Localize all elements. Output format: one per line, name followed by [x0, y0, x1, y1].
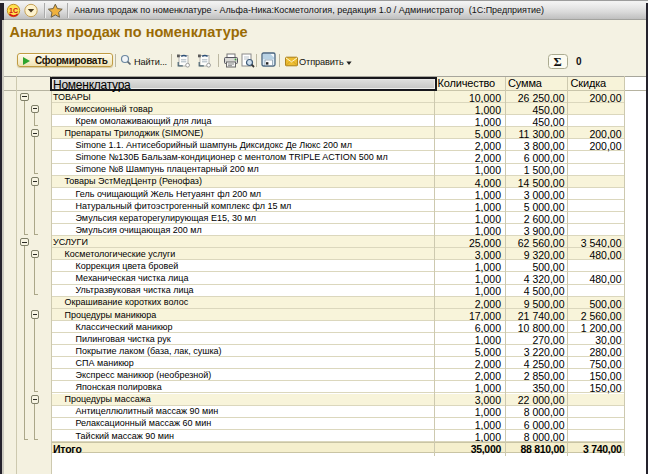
svg-text:1С: 1С [9, 7, 18, 14]
